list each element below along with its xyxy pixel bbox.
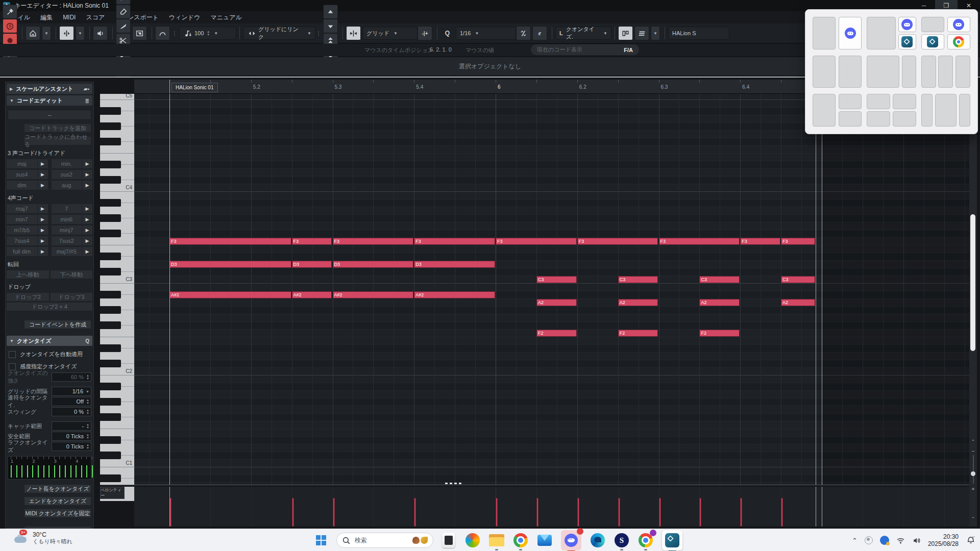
chord-play-arrow-icon[interactable]: ▶ xyxy=(82,170,92,179)
piano-key-black[interactable] xyxy=(100,107,121,115)
snap-cell[interactable] xyxy=(867,94,890,109)
param-field[interactable]: 0 Ticks▲▼ xyxy=(52,432,91,441)
taskbar-edge-icon[interactable] xyxy=(589,532,606,549)
length-link-dropdown[interactable]: グリッドにリンク▼ xyxy=(243,27,315,40)
quantize-header[interactable]: ▼ クオンタイズ Q xyxy=(7,336,92,346)
piano-key-black[interactable] xyxy=(100,306,121,314)
notification-bell-icon[interactable]: zz xyxy=(966,535,976,545)
part-list-dropdown[interactable]: ▼ xyxy=(651,26,660,40)
length-quantize-dropdown[interactable]: L クオンタイズ.▼ xyxy=(555,27,611,40)
snap-layout-option-5[interactable] xyxy=(921,56,970,88)
piano-key-black[interactable] xyxy=(100,344,121,352)
snap-layout-option-2[interactable] xyxy=(921,17,970,49)
velocity-bar[interactable] xyxy=(333,498,335,527)
snap-cell-chrome[interactable] xyxy=(947,34,970,49)
snap-cell[interactable] xyxy=(813,17,836,49)
triad-maj[interactable]: maj▶ xyxy=(6,159,48,169)
piano-key-black[interactable] xyxy=(100,122,121,130)
move-up-button[interactable]: 上へ移動 xyxy=(6,270,50,279)
part-name-tag[interactable]: HALion Sonic 01 xyxy=(172,83,218,92)
chord-play-arrow-icon[interactable]: ▶ xyxy=(37,159,48,168)
param-spinner[interactable]: ▲▼ xyxy=(86,409,89,415)
piano-key-black[interactable] xyxy=(100,321,121,329)
midi-note[interactable]: C3 xyxy=(699,276,740,283)
midi-note[interactable]: A2 xyxy=(618,299,658,306)
chord-play-arrow-icon[interactable]: ▶ xyxy=(37,181,48,190)
create-chord-event-button[interactable]: コードイベントを作成 xyxy=(24,320,91,329)
autoscroll-dropdown[interactable]: ▼ xyxy=(76,26,85,40)
taskbar-copilot-icon[interactable] xyxy=(464,532,481,549)
velocity-bar[interactable] xyxy=(618,498,620,527)
chord-play-arrow-icon[interactable]: ▶ xyxy=(37,170,48,179)
chord4-min6[interactable]: min6▶ xyxy=(51,214,93,224)
snap-cell[interactable] xyxy=(893,111,916,127)
solo-editor-button[interactable]: S xyxy=(3,19,17,33)
midi-note[interactable]: F3 xyxy=(740,238,780,245)
param-field[interactable]: 1/16▼ xyxy=(52,387,91,396)
quantize-preset-dropdown[interactable]: 1/16▼ xyxy=(456,27,516,40)
snap-layout-option-4[interactable] xyxy=(867,56,916,88)
chord-play-arrow-icon[interactable]: ▶ xyxy=(82,247,92,256)
chord4-7sus4[interactable]: 7sus4▶ xyxy=(6,236,48,246)
piano-key-black[interactable] xyxy=(100,360,121,367)
piano-key-black[interactable] xyxy=(100,436,121,444)
midi-note[interactable]: F3 xyxy=(169,238,291,245)
snap-cell-cubase[interactable] xyxy=(898,34,916,49)
chord4-7[interactable]: 7▶ xyxy=(51,204,93,214)
snap-layout-option-3[interactable] xyxy=(813,56,862,88)
snap-cell[interactable] xyxy=(959,94,970,127)
midi-note[interactable]: D3 xyxy=(169,261,291,268)
chevron-up-icon[interactable]: ⌃ xyxy=(969,516,977,521)
chord-edit-header[interactable]: ▼ コードエディット ≣ xyxy=(7,95,92,106)
snap-cell[interactable] xyxy=(839,94,862,109)
search-box[interactable]: 検索 xyxy=(336,533,433,548)
midi-note[interactable]: D3 xyxy=(333,261,414,268)
triad-min[interactable]: min.▶ xyxy=(51,159,93,169)
velocity-bar[interactable] xyxy=(577,498,579,527)
chord-play-arrow-icon[interactable]: ▶ xyxy=(37,215,48,224)
triad-dim[interactable]: dim▶ xyxy=(6,180,48,190)
piano-key-black[interactable] xyxy=(100,176,121,184)
velocity-bar[interactable] xyxy=(659,498,661,527)
midi-note[interactable]: F3 xyxy=(659,238,740,245)
taskbar-steinberg-icon[interactable]: S xyxy=(613,532,630,549)
param-spinner[interactable]: ▲▼ xyxy=(86,374,89,380)
tray-chevron-up-icon[interactable]: ⌃ xyxy=(852,537,857,544)
snap-cell[interactable] xyxy=(839,56,862,88)
show-part-borders-button[interactable] xyxy=(618,26,633,40)
snap-cell[interactable] xyxy=(921,94,933,127)
snap-layout-option-6[interactable] xyxy=(813,94,862,127)
clock[interactable]: 20:30 2025/08/28 xyxy=(928,533,959,547)
quantize-ends-button[interactable]: エンドをクオンタイズ xyxy=(24,496,91,506)
midi-note[interactable]: F3 xyxy=(496,238,577,245)
drop2-button[interactable]: ドロップ2 xyxy=(6,292,50,302)
chord-play-arrow-icon[interactable]: ▶ xyxy=(37,204,48,213)
piano-key-black[interactable] xyxy=(100,474,121,482)
midi-note[interactable]: F3 xyxy=(577,238,658,245)
snap-cell[interactable] xyxy=(935,94,957,127)
zoom-slider-knob[interactable] xyxy=(971,471,975,476)
midi-note[interactable]: D3 xyxy=(292,261,332,268)
midi-note[interactable]: D3 xyxy=(414,261,495,268)
midi-note[interactable]: F3 xyxy=(414,238,495,245)
taskbar-chrome-icon[interactable] xyxy=(512,532,529,549)
volume-icon[interactable] xyxy=(912,536,921,545)
taskbar-notepad-icon[interactable] xyxy=(440,532,457,549)
chord4-min7[interactable]: min7▶ xyxy=(6,214,48,224)
snap-cell-discord[interactable] xyxy=(947,17,970,32)
piano-key-black[interactable] xyxy=(100,383,121,390)
midi-note[interactable]: C3 xyxy=(618,276,658,283)
pin-editor-button[interactable] xyxy=(3,5,17,19)
snap-type-dropdown[interactable]: グリッド▼ xyxy=(362,27,418,40)
menu-item-3[interactable]: スコア xyxy=(81,13,110,22)
chord-play-arrow-icon[interactable]: ▶ xyxy=(37,247,48,256)
chevron-down-icon[interactable]: ▼ xyxy=(86,390,89,393)
drop24-button[interactable]: ドロップ2 + 4 xyxy=(6,302,93,311)
snap-cell[interactable] xyxy=(921,17,944,32)
param-field[interactable]: 60 %▲▼ xyxy=(52,372,91,382)
velocity-bar[interactable] xyxy=(292,498,294,527)
lane-splitter-handle[interactable] xyxy=(445,483,461,484)
freeze-midi-quantize-button[interactable]: MIDI クオンタイズを固定 xyxy=(24,509,91,518)
chord-play-arrow-icon[interactable]: ▶ xyxy=(82,215,92,224)
quantize-lengths-button[interactable]: ノート長をクオンタイズ xyxy=(24,484,91,493)
